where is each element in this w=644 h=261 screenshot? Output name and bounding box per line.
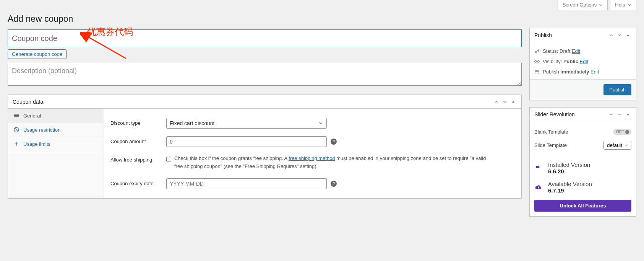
help-icon[interactable]: ? — [331, 139, 337, 145]
svg-line-2 — [15, 128, 18, 131]
publish-visibility-row: Visibility: Public Edit — [534, 56, 631, 67]
edit-visibility-link[interactable]: Edit — [580, 59, 588, 64]
chevron-down-icon — [598, 2, 603, 8]
free-shipping-label: Allow free shipping — [110, 155, 160, 163]
svg-point-7 — [536, 61, 538, 62]
panel-toggle-button[interactable] — [510, 98, 517, 105]
publish-panel-title: Publish — [534, 32, 552, 38]
panel-toggle-button[interactable] — [625, 111, 631, 118]
generate-coupon-code-button[interactable]: Generate coupon code — [8, 49, 67, 59]
coupon-data-panel-title: Coupon data — [13, 99, 43, 105]
chevron-up-icon — [608, 33, 614, 38]
flag-icon — [535, 165, 542, 171]
svg-marker-0 — [512, 101, 515, 103]
tab-usage-limits-label: Usage limits — [23, 141, 50, 147]
screen-options-label: Screen Options — [563, 2, 597, 8]
panel-move-up-button[interactable] — [608, 32, 615, 39]
chevron-down-icon — [617, 112, 622, 117]
chevron-down-icon — [627, 2, 632, 8]
chevron-down-icon — [617, 33, 622, 38]
help-button[interactable]: Help — [610, 0, 636, 10]
tab-general-label: General — [23, 113, 41, 119]
tab-usage-limits[interactable]: Usage limits — [8, 137, 103, 151]
svg-marker-12 — [627, 113, 629, 115]
ticket-icon — [13, 113, 19, 119]
chevron-up-icon — [494, 99, 499, 104]
discount-type-select[interactable]: Fixed cart discount — [166, 118, 327, 129]
edit-status-link[interactable]: Edit — [572, 48, 580, 54]
screen-options-button[interactable]: Screen Options — [558, 0, 608, 10]
panel-toggle-button[interactable] — [625, 32, 631, 39]
free-shipping-checkbox[interactable] — [166, 156, 171, 162]
blank-template-label: Blank Template — [534, 129, 568, 135]
available-version-label: Available Version — [548, 181, 592, 187]
cloud-download-icon — [535, 184, 542, 191]
triangle-up-icon — [625, 33, 631, 38]
slide-template-label: Slide Template — [534, 142, 567, 148]
free-shipping-method-link[interactable]: free shipping method — [289, 155, 335, 161]
blank-template-toggle[interactable]: OFF — [613, 129, 631, 135]
coupon-expiry-label: Coupon expiry date — [110, 178, 160, 186]
installed-version-label: Installed Version — [548, 161, 590, 168]
unlock-features-button[interactable]: Unlock All Features — [534, 200, 631, 212]
edit-schedule-link[interactable]: Edit — [590, 69, 599, 75]
installed-version-value: 6.6.20 — [548, 168, 590, 175]
ban-icon — [13, 127, 19, 133]
calendar-icon — [534, 69, 540, 75]
slider-revolution-panel-title: Slider Revolution — [534, 111, 575, 117]
panel-move-down-button[interactable] — [616, 111, 623, 118]
discount-type-label: Discount type — [110, 118, 160, 126]
panel-move-down-button[interactable] — [501, 98, 508, 105]
panel-move-down-button[interactable] — [616, 32, 623, 39]
help-label: Help — [615, 2, 625, 8]
svg-marker-5 — [627, 34, 629, 36]
coupon-expiry-input[interactable] — [166, 178, 327, 189]
tab-usage-restriction-label: Usage restriction — [23, 127, 61, 133]
help-icon[interactable]: ? — [331, 181, 337, 187]
panel-move-up-button[interactable] — [608, 111, 615, 118]
publish-status-row: Status: Draft Edit — [534, 46, 631, 56]
plus-icon — [13, 141, 19, 147]
toggle-knob-icon — [625, 130, 629, 134]
tab-usage-restriction[interactable]: Usage restriction — [8, 123, 103, 137]
tab-general[interactable]: General — [8, 109, 103, 123]
free-shipping-description: Check this box if the coupon grants free… — [174, 155, 495, 171]
triangle-up-icon — [625, 112, 631, 117]
chevron-up-icon — [608, 112, 614, 117]
slide-template-select[interactable]: default — [603, 141, 631, 150]
publish-schedule-row: Publish immediately Edit — [534, 67, 631, 77]
coupon-code-input[interactable] — [8, 29, 522, 47]
available-version-value: 6.7.19 — [548, 187, 592, 194]
publish-box: Publish Status: Draft Edit Visibility: P… — [529, 28, 636, 100]
svg-rect-8 — [535, 70, 539, 73]
eye-icon — [534, 59, 540, 64]
triangle-up-icon — [511, 99, 516, 104]
panel-move-up-button[interactable] — [493, 98, 500, 105]
description-textarea[interactable] — [8, 63, 522, 86]
key-icon — [534, 49, 540, 54]
chevron-down-icon — [502, 99, 508, 104]
coupon-amount-input[interactable] — [166, 136, 327, 147]
publish-button[interactable]: Publish — [603, 84, 631, 95]
page-title: Add new coupon — [8, 10, 522, 29]
slider-revolution-box: Slider Revolution Blank Template OFF Sli… — [529, 107, 636, 217]
coupon-amount-label: Coupon amount — [110, 136, 160, 144]
